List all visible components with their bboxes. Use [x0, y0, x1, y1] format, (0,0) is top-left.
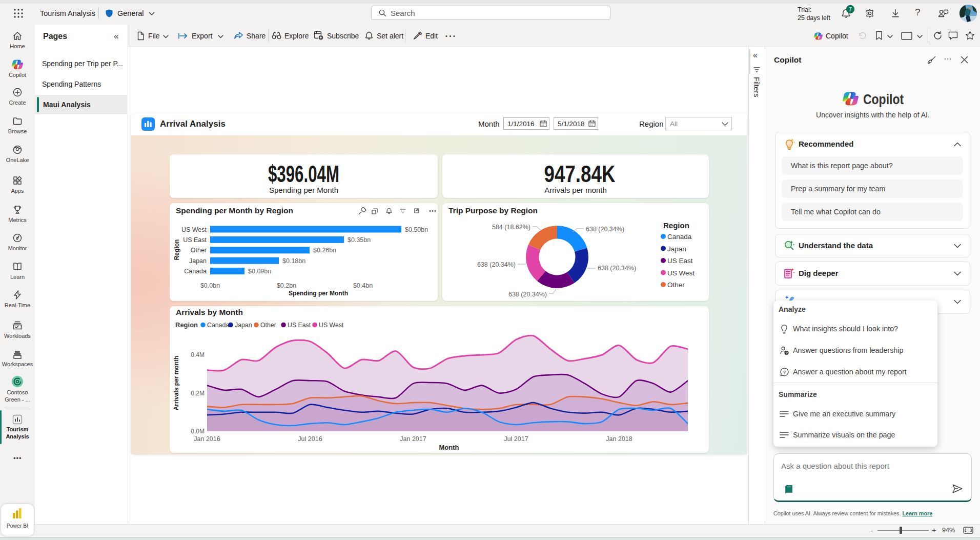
svg-text:$0.0bn: $0.0bn: [200, 282, 220, 289]
svg-text:US East: US East: [288, 322, 311, 329]
svg-text:Jan 2017: Jan 2017: [400, 435, 426, 443]
svg-text:Jul 2017: Jul 2017: [504, 435, 528, 443]
svg-text:US East: US East: [667, 257, 693, 265]
svg-text:Japan: Japan: [235, 322, 252, 329]
svg-text:0.0M: 0.0M: [191, 428, 205, 435]
svg-text:Arrivals by Month: Arrivals by Month: [176, 308, 243, 316]
svg-text:Arrivals per month: Arrivals per month: [173, 356, 180, 411]
svg-text:$0.50bn: $0.50bn: [405, 226, 428, 233]
svg-text:Jan 2018: Jan 2018: [606, 435, 632, 443]
svg-text:$0.18bn: $0.18bn: [282, 257, 305, 265]
svg-text:638 (20.34%): 638 (20.34%): [598, 265, 636, 272]
svg-text:7: 7: [849, 6, 852, 12]
svg-text:584 (18.62%): 584 (18.62%): [492, 224, 530, 231]
svg-text:Japan: Japan: [189, 257, 207, 265]
svg-text:0.2M: 0.2M: [191, 390, 205, 397]
svg-text:Jul 2016: Jul 2016: [298, 435, 322, 443]
svg-text:Canada: Canada: [207, 322, 229, 329]
svg-text:Canada: Canada: [667, 233, 692, 241]
svg-text:US West: US West: [181, 226, 207, 233]
svg-text:Trip Purpose by Region: Trip Purpose by Region: [448, 206, 538, 215]
svg-text:Canada: Canada: [184, 268, 207, 275]
svg-text:Other: Other: [191, 247, 207, 254]
svg-text:Region: Region: [663, 221, 689, 230]
svg-text:638 (20.34%): 638 (20.34%): [586, 226, 624, 233]
svg-text:Spending per Month by Region: Spending per Month by Region: [176, 206, 293, 215]
svg-text:$0.2bn: $0.2bn: [277, 282, 296, 289]
svg-text:$0.09bn: $0.09bn: [248, 268, 271, 275]
svg-text:638 (20.34%): 638 (20.34%): [508, 291, 547, 298]
svg-text:Month: Month: [439, 444, 459, 451]
svg-text:0.4M: 0.4M: [191, 351, 205, 358]
svg-text:Japan: Japan: [667, 245, 686, 253]
svg-text:$0.35bn: $0.35bn: [348, 236, 371, 244]
svg-text:US West: US West: [667, 269, 695, 277]
svg-text:638 (20.34%): 638 (20.34%): [477, 261, 516, 268]
svg-text:?: ?: [783, 370, 786, 375]
svg-text:Other: Other: [260, 322, 276, 329]
svg-text:Region: Region: [173, 239, 180, 261]
svg-text:Spending per Month: Spending per Month: [289, 290, 348, 297]
svg-text:US East: US East: [183, 236, 207, 244]
svg-text:?: ?: [785, 351, 788, 355]
svg-text:$0.26bn: $0.26bn: [313, 247, 336, 254]
svg-text:Jan 2016: Jan 2016: [194, 435, 220, 443]
svg-text:Region: Region: [175, 321, 198, 329]
svg-text:Other: Other: [667, 281, 685, 289]
svg-text:US West: US West: [319, 322, 344, 329]
svg-text:$0.4bn: $0.4bn: [353, 282, 373, 289]
